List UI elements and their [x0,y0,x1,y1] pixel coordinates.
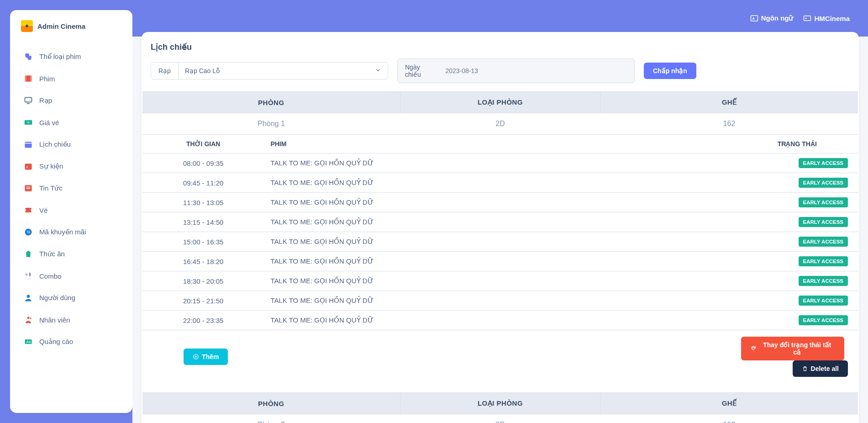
room-name: Phòng 1 [142,113,400,135]
sidebar-item-monitor[interactable]: Rạp [16,90,127,111]
sidebar-item-trash[interactable]: Thức ăn [16,243,127,265]
schedule-time: 11:30 - 13:05 [142,193,264,212]
sidebar-item-label: Nhân viên [39,316,70,324]
date-label: Ngày chiếu [398,59,439,83]
theater-select-group: Rạp [151,62,388,79]
sidebar-item-utensils[interactable]: Combo [16,265,127,287]
schedule-movie: TALK TO ME: GỌI HỒN QUỶ DỮ [264,311,736,330]
add-button[interactable]: Thêm [184,349,228,365]
schedule-movie: TALK TO ME: GỌI HỒN QUỶ DỮ [264,232,736,252]
schedule-time: 20:15 - 21:50 [142,291,264,311]
svg-text:A: A [752,16,755,21]
brand: Admin Cinema [10,10,132,41]
room-type: 2D [400,113,600,135]
film-icon [24,74,33,83]
schedule-time: 18:30 - 20:05 [142,271,264,291]
sidebar-item-label: Giá vé [39,119,59,127]
sidebar-item-money[interactable]: Giá vé [16,111,127,133]
sidebar-item-label: Thức ăn [39,250,65,258]
movie-header: PHIM [264,135,736,153]
sidebar-item-ad[interactable]: Quảng cáo [16,331,127,353]
account-menu[interactable]: HMCinema [803,14,850,22]
schedule-movie: TALK TO ME: GỌI HỒN QUỶ DỮ [264,291,736,311]
sidebar: Admin Cinema Thể loại phimPhimRạpGiá véL… [10,10,132,413]
sidebar-item-label: Tin Tức [39,184,63,192]
status-cell: EARLY ACCESS [736,212,858,232]
status-badge[interactable]: EARLY ACCESS [799,276,848,286]
room-type: 2D [400,414,600,423]
status-cell: EARLY ACCESS [736,311,858,330]
status-badge[interactable]: EARLY ACCESS [799,256,848,266]
theater-label: Rạp [151,63,179,79]
date-input[interactable] [439,59,634,83]
type-header: LOẠI PHÒNG [400,393,600,414]
sidebar-item-label: Thể loại phim [39,53,81,61]
topbar: A Ngôn ngữ HMCinema [132,0,868,37]
sidebar-item-staff[interactable]: Nhân viên [16,309,127,331]
status-cell: EARLY ACCESS [736,173,858,193]
filter-row: Rạp Ngày chiếu [151,58,850,83]
status-badge[interactable]: EARLY ACCESS [799,158,848,168]
theater-select[interactable] [179,63,388,79]
room-block: PHÒNGLOẠI PHÒNGGHẾPhòng 22D162THỜI GIANP… [142,392,858,423]
sidebar-item-ticket[interactable]: Vé [16,199,127,221]
sidebar-item-calendar[interactable]: Lịch chiếu [16,133,127,155]
status-cell: EARLY ACCESS [736,232,858,252]
status-cell: EARLY ACCESS [736,153,858,173]
status-badge[interactable]: EARLY ACCESS [799,315,848,325]
sidebar-item-label: Rạp [39,96,52,105]
sidebar-item-masks[interactable]: Thể loại phim [16,46,127,68]
sidebar-item-calendar-event[interactable]: Sự kiện [16,155,127,177]
room-block: PHÒNGLOẠI PHÒNGGHẾPhòng 12D162THỜI GIANP… [142,91,858,383]
status-cell: EARLY ACCESS [736,252,858,271]
room-header: PHÒNG [142,92,400,113]
sidebar-item-label: Vé [39,206,47,214]
money-icon [24,118,33,127]
trash-icon [802,365,808,372]
sidebar-item-user[interactable]: Người dùng [16,287,127,309]
coupon-icon [24,227,33,237]
plus-circle-icon [193,354,199,360]
time-header: THỜI GIAN [142,135,264,153]
schedule-row: 18:30 - 20:05TALK TO ME: GỌI HỒN QUỶ DỮE… [142,271,858,291]
svg-point-3 [805,18,807,19]
status-badge[interactable]: EARLY ACCESS [799,217,848,227]
accept-button[interactable]: Chấp nhận [644,63,696,79]
sidebar-item-news[interactable]: Tin Tức [16,177,127,199]
brand-logo-icon [21,20,33,32]
id-card-icon [803,14,811,22]
sidebar-item-film[interactable]: Phim [16,68,127,90]
sidebar-item-label: Người dùng [39,294,75,302]
svg-rect-2 [804,16,811,21]
schedule-row: 16:45 - 18:20TALK TO ME: GỌI HỒN QUỶ DỮE… [142,252,858,271]
status-badge[interactable]: EARLY ACCESS [799,197,848,207]
schedule-movie: TALK TO ME: GỌI HỒN QUỶ DỮ [264,212,736,232]
schedule-movie: TALK TO ME: GỌI HỒN QUỶ DỮ [264,173,736,193]
refresh-icon [750,345,757,352]
translate-icon: A [750,14,758,22]
sidebar-item-coupon[interactable]: Mã khuyến mãi [16,221,127,243]
brand-title: Admin Cinema [37,22,85,30]
user-icon [24,293,33,302]
schedule-row: 13:15 - 14:50TALK TO ME: GỌI HỒN QUỶ DỮE… [142,212,858,232]
ad-icon [24,337,33,346]
change-all-status-button[interactable]: Thay đổi trạng thái tất cả [741,337,844,360]
room-seats: 162 [600,113,858,135]
schedule-row: 09:45 - 11:20TALK TO ME: GỌI HỒN QUỶ DỮE… [142,173,858,193]
monitor-icon [24,96,33,105]
schedule-time: 08:00 - 09:35 [142,153,264,173]
sidebar-item-label: Sự kiện [39,162,63,170]
sidebar-item-label: Lịch chiếu [39,140,71,148]
status-cell: EARLY ACCESS [736,271,858,291]
status-badge[interactable]: EARLY ACCESS [799,296,848,306]
schedule-row: 20:15 - 21:50TALK TO ME: GỌI HỒN QUỶ DỮE… [142,291,858,311]
schedule-row: 08:00 - 09:35TALK TO ME: GỌI HỒN QUỶ DỮE… [142,153,858,173]
schedule-movie: TALK TO ME: GỌI HỒN QUỶ DỮ [264,153,736,173]
content-card: Lịch chiếu Rạp Ngày [142,32,859,423]
language-switcher[interactable]: A Ngôn ngữ [750,14,794,22]
sidebar-item-label: Combo [39,272,61,280]
delete-all-button[interactable]: Delete all [793,360,848,377]
status-badge[interactable]: EARLY ACCESS [799,178,848,188]
status-badge[interactable]: EARLY ACCESS [799,237,848,247]
schedule-row: 11:30 - 13:05TALK TO ME: GỌI HỒN QUỶ DỮE… [142,193,858,212]
